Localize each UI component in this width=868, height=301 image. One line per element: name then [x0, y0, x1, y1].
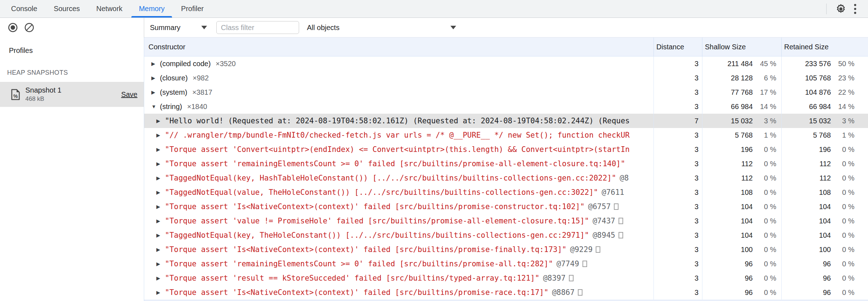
constructor-name: "TaggedNotEqual(value, TheHoleConstant()…: [165, 188, 598, 197]
retained-size-cell: 112 0 %: [781, 171, 868, 185]
table-row[interactable]: ▼ (string) ×1840 3 66 984 14 % 66 984 14…: [144, 99, 868, 114]
expander-icon[interactable]: ▶: [156, 147, 165, 152]
expander-icon[interactable]: ▶: [151, 75, 160, 81]
shallow-size-value: 100: [741, 246, 753, 254]
retained-size-value: 104: [819, 217, 831, 225]
expander-icon[interactable]: ▶: [156, 275, 165, 281]
objects-scope-select[interactable]: All objects: [307, 24, 456, 32]
retained-size-value: 233 576: [805, 60, 831, 68]
object-id: @8397: [543, 274, 565, 282]
dropdown-arrow-icon: [450, 26, 456, 29]
shallow-size-cell: 5 768 1 %: [702, 128, 781, 142]
shallow-size-value: 28 128: [731, 74, 753, 82]
retained-size-value: 96: [823, 260, 831, 268]
table-row[interactable]: ▶ (system) ×3817 3 77 768 17 % 104 876 2…: [144, 85, 868, 99]
constructor-name: "Torque assert 'Is<NativeContext>(contex…: [165, 288, 549, 297]
table-row[interactable]: ▶ "Torque assert 'result == kStoreSucced…: [144, 271, 868, 285]
expander-icon[interactable]: ▶: [156, 118, 165, 124]
record-heap-snapshot-button[interactable]: [6, 20, 20, 35]
tab-sources[interactable]: Sources: [45, 0, 88, 18]
kebab-menu-icon: [854, 3, 857, 15]
perspective-select[interactable]: Summary: [150, 24, 207, 32]
table-row[interactable]: ▶ "TaggedNotEqual(key, TheHoleConstant()…: [144, 228, 868, 242]
expander-icon[interactable]: ▶: [156, 290, 165, 295]
column-header-retained-size[interactable]: Retained Size: [781, 38, 868, 56]
table-row[interactable]: ▶ (compiled code) ×3520 3 211 484 45 % 2…: [144, 56, 868, 71]
expander-icon[interactable]: ▶: [156, 204, 165, 209]
table-row[interactable]: ▶ "Torque assert 'Is<NativeContext>(cont…: [144, 285, 868, 300]
settings-button[interactable]: [834, 2, 848, 16]
shallow-size-percent: 0 %: [753, 174, 776, 182]
expander-icon[interactable]: ▶: [156, 161, 165, 167]
expander-icon[interactable]: ▼: [151, 104, 160, 109]
expander-icon[interactable]: ▶: [151, 89, 160, 95]
shallow-size-cell: 96 0 %: [702, 285, 781, 300]
retained-size-percent: 1 %: [831, 131, 854, 139]
retained-size-cell: 96 0 %: [781, 257, 868, 271]
shallow-size-value: 66 984: [731, 103, 753, 111]
object-id: @8: [620, 174, 629, 182]
class-filter-input[interactable]: [216, 21, 299, 34]
retained-size-percent: 22 %: [831, 88, 854, 97]
retained-size-percent: 3 %: [831, 117, 854, 125]
table-row[interactable]: ▶ "TaggedNotEqual(key, HashTableHoleCons…: [144, 171, 868, 185]
tab-memory[interactable]: Memory: [131, 0, 173, 18]
tab-console[interactable]: Console: [3, 0, 45, 18]
column-header-constructor[interactable]: Constructor: [144, 38, 653, 56]
expander-icon[interactable]: ▶: [156, 232, 165, 238]
shallow-size-percent: 45 %: [753, 60, 776, 68]
shallow-size-percent: 0 %: [753, 160, 776, 168]
constructor-name: "TaggedNotEqual(key, TheHoleConstant()) …: [165, 231, 589, 240]
perspective-select-value: Summary: [150, 24, 181, 32]
expander-icon[interactable]: ▶: [156, 247, 165, 252]
clear-icon: [24, 23, 34, 33]
expander-icon[interactable]: ▶: [156, 132, 165, 138]
table-row[interactable]: ▶ "// .wrangler/tmp/bundle-FmNIt0/checke…: [144, 128, 868, 142]
retained-size-value: 112: [819, 160, 831, 168]
table-row[interactable]: ▶ "Torque assert 'Convert<uintptr>(endIn…: [144, 142, 868, 157]
expander-icon[interactable]: ▶: [151, 61, 160, 66]
retained-size-value: 105 768: [805, 74, 831, 82]
tab-network[interactable]: Network: [88, 0, 131, 18]
shallow-size-value: 211 484: [727, 60, 753, 68]
expander-icon[interactable]: ▶: [156, 218, 165, 224]
tab-label: Memory: [139, 5, 165, 13]
table-row[interactable]: ▶ "TaggedNotEqual(value, TheHoleConstant…: [144, 185, 868, 199]
retained-size-percent: 23 %: [831, 74, 854, 82]
column-header-distance[interactable]: Distance: [653, 38, 702, 56]
constructor-name: (compiled code): [160, 60, 211, 68]
object-id: @9229: [570, 245, 592, 254]
retained-size-percent: 0 %: [831, 203, 854, 211]
constructor-name: "Torque assert 'value != PromiseHole' fa…: [165, 217, 589, 225]
retained-size-percent: 0 %: [831, 174, 854, 182]
distance-cell: 3: [653, 242, 702, 257]
shallow-size-percent: 3 %: [753, 117, 776, 125]
table-row[interactable]: ▶ "Torque assert 'Is<NativeContext>(cont…: [144, 199, 868, 214]
save-snapshot-link[interactable]: Save: [121, 90, 137, 99]
expander-icon[interactable]: ▶: [156, 189, 165, 195]
retained-size-cell: 15 032 3 %: [781, 114, 868, 128]
shallow-size-percent: 0 %: [753, 231, 776, 240]
retained-size-value: 5 768: [813, 131, 831, 139]
retained-size-cell: 196 0 %: [781, 142, 868, 157]
table-row[interactable]: ▶ (closure) ×982 3 28 128 6 % 105 768 23…: [144, 71, 868, 85]
table-row[interactable]: ▶ "Torque assert 'remainingElementsCount…: [144, 157, 868, 171]
more-options-button[interactable]: [848, 2, 862, 16]
expander-icon[interactable]: ▶: [156, 261, 165, 267]
snapshot-name: Snapshot 1: [25, 86, 61, 94]
constructor-name: (closure): [160, 74, 188, 82]
retained-size-percent: 0 %: [831, 288, 854, 297]
instance-count: ×1840: [187, 103, 207, 111]
table-row[interactable]: ▶ "Torque assert 'Is<NativeContext>(cont…: [144, 242, 868, 257]
column-header-shallow-size[interactable]: Shallow Size: [702, 38, 781, 56]
table-row[interactable]: ▶ "Torque assert 'remainingElementsCount…: [144, 257, 868, 271]
clear-profiles-button[interactable]: [22, 20, 36, 35]
tab-profiler[interactable]: Profiler: [173, 0, 212, 18]
snapshot-list-item[interactable]: % Snapshot 1 468 kB Save: [0, 82, 144, 107]
retained-size-cell: 66 984 14 %: [781, 99, 868, 114]
instance-count: ×3520: [216, 60, 236, 68]
expander-icon[interactable]: ▶: [156, 175, 165, 181]
table-row[interactable]: ▶ "Hello world! (Requested at: 2024-08-1…: [144, 114, 868, 128]
table-row[interactable]: ▶ "Torque assert 'value != PromiseHole' …: [144, 214, 868, 228]
retained-size-value: 196: [819, 145, 831, 154]
